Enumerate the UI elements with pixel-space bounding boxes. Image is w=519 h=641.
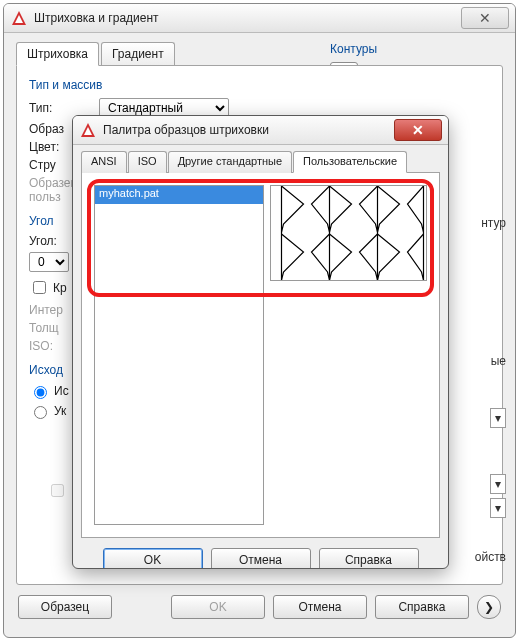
dlg-title: Палитра образцов штриховки xyxy=(103,123,394,137)
dlg-tab-iso[interactable]: ISO xyxy=(128,151,167,173)
combo-arrow-1[interactable]: ▾ xyxy=(490,408,506,428)
hatch-preview-icon xyxy=(271,186,426,280)
pattern-preview xyxy=(270,185,427,281)
list-item[interactable]: myhatch.pat xyxy=(95,186,263,204)
tab-gradient[interactable]: Градиент xyxy=(101,42,175,66)
dlg-app-icon xyxy=(79,121,97,139)
contours-header: Контуры xyxy=(330,42,505,56)
type-array-header: Тип и массив xyxy=(29,78,490,92)
app-icon xyxy=(10,9,28,27)
origin-is-label: Ис xyxy=(54,384,69,398)
peek-oistv: ойств xyxy=(475,550,506,564)
kr-label: Кр xyxy=(53,281,67,295)
dlg-tab-other[interactable]: Другие стандартные xyxy=(168,151,292,173)
sample-button[interactable]: Образец xyxy=(18,595,112,619)
main-button-bar: Образец OK Отмена Справка ❯ xyxy=(18,595,501,619)
pattern-list[interactable]: myhatch.pat xyxy=(94,185,264,525)
combo-arrow-2[interactable]: ▾ xyxy=(490,474,506,494)
origin-radio-uk[interactable] xyxy=(34,406,47,419)
type-label: Тип: xyxy=(29,101,99,115)
pattern-palette-dialog: Палитра образцов штриховки ✕ ANSI ISO Др… xyxy=(72,115,449,569)
dlg-client: ANSI ISO Другие стандартные Пользователь… xyxy=(81,150,440,560)
dlg-cancel-button[interactable]: Отмена xyxy=(211,548,311,569)
peek-ontur: нтур xyxy=(481,216,506,230)
default-origin-checkbox xyxy=(51,484,64,497)
dlg-button-bar: OK Отмена Справка xyxy=(81,548,440,569)
dlg-tab-ansi[interactable]: ANSI xyxy=(81,151,127,173)
dlg-tabs: ANSI ISO Другие стандартные Пользователь… xyxy=(81,150,440,173)
peek-ye: ые xyxy=(491,354,506,368)
tolsh-label: Толщ xyxy=(29,321,59,335)
dlg-titlebar[interactable]: Палитра образцов штриховки ✕ xyxy=(73,116,448,145)
dlg-panel: myhatch.pat xyxy=(81,173,440,538)
angle-input[interactable]: 0 xyxy=(29,252,69,272)
kr-checkbox[interactable] xyxy=(33,281,46,294)
chevron-right-icon: ❯ xyxy=(484,600,494,614)
main-ok-button: OK xyxy=(171,595,265,619)
iso-label: ISO: xyxy=(29,339,53,353)
interval-label: Интер xyxy=(29,303,63,317)
dlg-ok-button[interactable]: OK xyxy=(103,548,203,569)
origin-radio-is[interactable] xyxy=(34,386,47,399)
dlg-tab-custom[interactable]: Пользовательские xyxy=(293,151,407,173)
dlg-close-button[interactable]: ✕ xyxy=(394,119,442,141)
main-title: Штриховка и градиент xyxy=(34,11,461,25)
combo-arrow-3[interactable]: ▾ xyxy=(490,498,506,518)
tab-hatch[interactable]: Штриховка xyxy=(16,42,99,66)
main-cancel-button[interactable]: Отмена xyxy=(273,595,367,619)
main-close-button[interactable]: ✕ xyxy=(461,7,509,29)
origin-uk-label: Ук xyxy=(54,404,66,418)
expand-button[interactable]: ❯ xyxy=(477,595,501,619)
main-help-button[interactable]: Справка xyxy=(375,595,469,619)
main-titlebar[interactable]: Штриховка и градиент ✕ xyxy=(4,4,515,33)
dlg-help-button[interactable]: Справка xyxy=(319,548,419,569)
